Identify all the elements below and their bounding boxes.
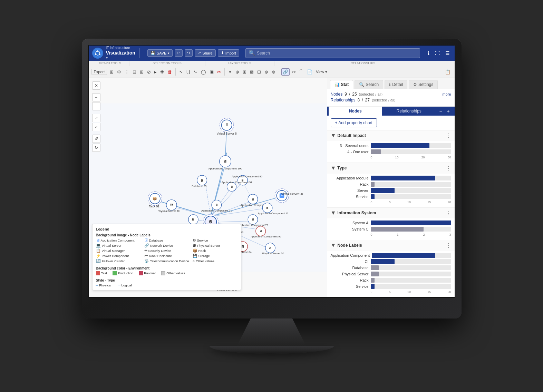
search-input[interactable] bbox=[257, 51, 417, 56]
select-tool[interactable]: ↖ bbox=[178, 68, 184, 76]
export-button[interactable]: Export bbox=[91, 69, 107, 75]
node-labels-menu[interactable]: ⋮ bbox=[446, 242, 451, 249]
info-system-menu[interactable]: ⋮ bbox=[446, 210, 451, 216]
node-app-79[interactable]: 🖥 bbox=[248, 214, 258, 224]
ungroup-tool[interactable]: ⊞ bbox=[138, 68, 145, 76]
nr-tabs-row: Nodes Relationships − + bbox=[327, 107, 455, 116]
group-tool[interactable]: ⊟ bbox=[131, 68, 138, 76]
label-database-55: Database 55 bbox=[192, 184, 206, 187]
bar-row-rack-label: Rack bbox=[331, 278, 451, 283]
layout3-tool[interactable]: ⊞ bbox=[241, 68, 248, 76]
rotate-ccw-btn[interactable]: ↺ bbox=[92, 135, 100, 143]
relationships-group: 🔗 ⚯ ⌒ 📄 View ▾ bbox=[281, 68, 331, 76]
node-app-34[interactable]: 🖥 bbox=[248, 194, 258, 204]
zoom-in-btn[interactable]: + bbox=[92, 102, 100, 110]
lasso-tool[interactable]: ⋃ bbox=[185, 68, 192, 76]
node-labels-section: ▼ Node Labels ⋮ Application Component bbox=[327, 240, 455, 297]
disable-tool[interactable]: ⊘ bbox=[146, 68, 152, 76]
rel-page-tool[interactable]: 📄 bbox=[306, 68, 314, 76]
rel-curve-tool[interactable]: ⌒ bbox=[298, 68, 305, 76]
layout4-tool[interactable]: ⊠ bbox=[249, 68, 255, 76]
layout5-tool[interactable]: ⊡ bbox=[256, 68, 262, 76]
svg-text:🖥: 🖥 bbox=[230, 185, 233, 188]
close-canvas-btn[interactable]: ✕ bbox=[92, 81, 100, 90]
node-labels-header[interactable]: ▼ Node Labels ⋮ bbox=[327, 240, 455, 251]
delete-tool[interactable]: 🗑 bbox=[166, 68, 173, 76]
node-physical-server-60[interactable]: 🖳 bbox=[166, 199, 176, 210]
type-section: ▼ Type ⋮ Application Module bbox=[327, 163, 455, 207]
add-tool[interactable]: ✚ bbox=[159, 68, 165, 76]
svg-text:🖥: 🖥 bbox=[215, 203, 218, 207]
menu-icon[interactable]: ☰ bbox=[444, 50, 451, 57]
svg-point-2 bbox=[97, 50, 98, 52]
node-rack-91[interactable]: 📦 bbox=[148, 192, 162, 205]
rel-active-tool[interactable]: 🔗 bbox=[281, 68, 290, 76]
layout6-tool[interactable]: ⊛ bbox=[263, 68, 270, 76]
legend-virtual-server: 💻 Virtual Server bbox=[96, 243, 141, 248]
select-all-tool[interactable]: ⊞ bbox=[108, 68, 115, 76]
minus-btn[interactable]: − bbox=[437, 108, 444, 115]
redo-button[interactable]: ↪ bbox=[185, 49, 193, 57]
node-virtual-server-5[interactable]: 🖥 bbox=[220, 118, 233, 132]
nodes-label[interactable]: Nodes bbox=[331, 92, 343, 97]
layout1-tool[interactable]: ✦ bbox=[227, 68, 233, 76]
tab-stat[interactable]: 📊 Stat bbox=[330, 80, 353, 89]
nr-tab-nodes[interactable]: Nodes bbox=[329, 107, 382, 116]
expand-btn[interactable]: ↗ bbox=[92, 114, 100, 122]
share-icon: ↗ bbox=[198, 51, 201, 55]
nodes-more[interactable]: more bbox=[442, 92, 451, 96]
node-app-96[interactable]: 🖥 bbox=[255, 226, 265, 236]
hierarchy-tool[interactable]: ⋮ bbox=[123, 68, 130, 76]
view-tool[interactable]: View ▾ bbox=[314, 69, 329, 75]
rel-link-tool[interactable]: ⚯ bbox=[290, 68, 297, 76]
bar-rack bbox=[371, 182, 375, 187]
panel-toggle-tool[interactable]: 📋 bbox=[444, 68, 452, 76]
bar-row-system-a: System A bbox=[331, 220, 451, 225]
type-title: Type bbox=[337, 166, 445, 170]
undo-button[interactable]: ↩ bbox=[175, 49, 183, 57]
svg-text:🖥: 🖥 bbox=[259, 229, 262, 233]
node-app-31[interactable]: 🖥 bbox=[211, 200, 221, 210]
add-property-button[interactable]: + Add property chart bbox=[331, 118, 377, 127]
collapse-icon-infosys: ▼ bbox=[331, 210, 336, 216]
share-button[interactable]: ↗ Share bbox=[195, 49, 215, 57]
type-header[interactable]: ▼ Type ⋮ bbox=[327, 163, 455, 174]
pointer-tool[interactable]: ▸ bbox=[153, 68, 158, 76]
tab-detail[interactable]: ℹ Detail bbox=[385, 80, 407, 89]
tab-search[interactable]: 🔍 Search bbox=[355, 80, 383, 89]
plus-btn[interactable]: + bbox=[445, 108, 452, 115]
rect-select-tool[interactable]: ▣ bbox=[208, 68, 215, 76]
node-app-100[interactable]: 🖥 bbox=[219, 155, 231, 167]
circle-select-tool[interactable]: ◯ bbox=[200, 68, 207, 76]
info-system-header[interactable]: ▼ Information System ⋮ bbox=[327, 208, 455, 218]
node-physical-server-55[interactable]: 🖳 bbox=[265, 243, 275, 253]
type-menu[interactable]: ⋮ bbox=[446, 165, 451, 172]
save-button[interactable]: 💾 SAVE ▾ bbox=[147, 49, 173, 57]
legend-network-device: 🔗 Network Device bbox=[144, 243, 189, 248]
node-app-11[interactable]: 🖥 bbox=[262, 203, 272, 213]
path-select-tool[interactable]: ⤷ bbox=[192, 68, 199, 76]
fullscreen-icon[interactable]: ⛶ bbox=[434, 50, 441, 57]
import-button[interactable]: ⬇ Import bbox=[218, 49, 239, 57]
svg-point-4 bbox=[95, 53, 96, 55]
nr-tab-relationships[interactable]: Relationships bbox=[382, 107, 436, 116]
node-virtual-server-98[interactable]: + bbox=[275, 188, 289, 202]
help-icon[interactable]: ℹ bbox=[426, 50, 431, 57]
default-impact-header[interactable]: ▼ Default Impact ⋮ bbox=[327, 130, 455, 141]
rel-label[interactable]: Relationships bbox=[331, 98, 356, 102]
default-impact-menu[interactable]: ⋮ bbox=[446, 133, 451, 139]
layout7-tool[interactable]: ⊜ bbox=[270, 68, 277, 76]
rotate-cw-btn[interactable]: ↻ bbox=[92, 144, 100, 152]
zoom-out-btn[interactable]: − bbox=[92, 93, 100, 101]
settings-tool[interactable]: ⚙ bbox=[116, 68, 123, 76]
node-database-55[interactable]: 🗄 bbox=[197, 175, 207, 185]
search-bar[interactable]: 🔍 bbox=[245, 48, 420, 58]
tab-settings[interactable]: ⚙ Settings bbox=[409, 80, 438, 89]
contract-btn[interactable]: ↙ bbox=[92, 123, 100, 131]
layout2-tool[interactable]: ⊕ bbox=[234, 68, 241, 76]
cut-tool[interactable]: ✂ bbox=[216, 68, 222, 76]
layout-tools-group: ✦ ⊕ ⊞ ⊠ ⊡ ⊛ ⊜ bbox=[227, 68, 279, 76]
node-labels-body: Application Component CI bbox=[327, 251, 455, 297]
node-app-62[interactable]: 🖥 bbox=[188, 214, 198, 224]
stats-section: Nodes 9 / 25 (selected / all) more Relat… bbox=[327, 89, 455, 107]
